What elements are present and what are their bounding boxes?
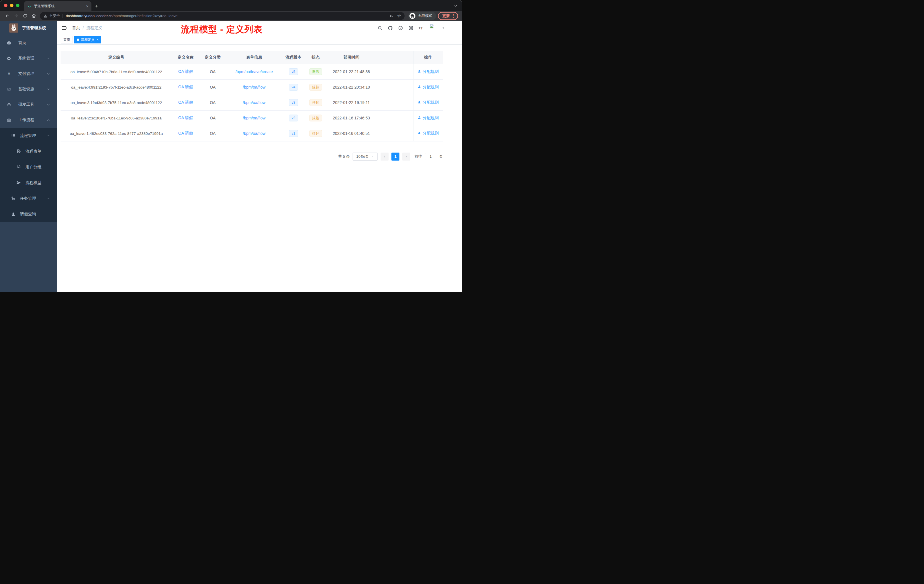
update-button[interactable]: 更新 ⋮ (438, 12, 458, 20)
menu-item-label: 请假查询 (20, 212, 36, 217)
not-secure-warning-icon[interactable] (43, 14, 48, 18)
assign-rule-link[interactable]: 分配规则 (422, 69, 439, 74)
browser-tabstrip: 芋道管理系统 × + (0, 0, 462, 11)
form-info-link[interactable]: /bpm/oa/leave/create (236, 69, 273, 74)
active-dot (77, 39, 79, 41)
menu-icon (11, 133, 16, 138)
menu-item-label: 工作流程 (18, 117, 34, 122)
home-button[interactable] (31, 13, 36, 18)
assign-user-icon (417, 85, 421, 89)
breadcrumb-current: 流程定义 (86, 25, 102, 31)
sidebar-menu-item[interactable]: 任务管理 (0, 191, 57, 206)
browser-menu-kebab-icon[interactable]: ⋮ (451, 14, 455, 18)
forward-button[interactable] (14, 13, 18, 18)
sidebar-menu-item[interactable]: ¥ 支付管理 (0, 66, 57, 81)
sidebar-menu-item[interactable]: 流程管理 (0, 128, 57, 144)
sidebar-menu-item[interactable]: 系统管理 (0, 51, 57, 66)
table-header: 表单信息 (226, 51, 282, 64)
sidebar-menu-item[interactable]: 首页 (0, 35, 57, 51)
table-row: oa_leave:5:004b710b-7b8a-11ec-8ef0-acde4… (61, 64, 443, 79)
tab-close-icon[interactable]: × (86, 4, 89, 8)
page-size-select[interactable]: 10条/页 (353, 153, 378, 160)
breadcrumb-home[interactable]: 首页 (72, 25, 80, 31)
favicon-seedling-icon (27, 4, 31, 8)
chevron-icon (46, 87, 50, 91)
reload-button[interactable] (23, 13, 27, 18)
menu-item-label: 流程表单 (25, 149, 41, 154)
browser-tab[interactable]: 芋道管理系统 × (24, 1, 91, 11)
definition-name-link[interactable]: OA 请假 (178, 100, 193, 105)
assign-rule-link[interactable]: 分配规则 (422, 115, 439, 120)
back-button[interactable] (5, 13, 10, 18)
sidebar-menu-item[interactable]: 基础设施 (0, 81, 57, 97)
zoom-window-button[interactable] (16, 4, 20, 7)
assign-rule-link[interactable]: 分配规则 (422, 84, 439, 89)
caret-down-icon[interactable] (442, 26, 445, 30)
address-bar[interactable]: 不安全 dashboard.yudao.iocoder.cn/bpm/manag… (40, 12, 404, 20)
font-size-icon[interactable]: TT (419, 25, 424, 31)
fullscreen-icon[interactable] (408, 25, 413, 31)
sidebar-menu-item[interactable]: 用户分组 (0, 159, 57, 175)
svg-text:T: T (419, 27, 421, 30)
version-badge: v4 (289, 84, 298, 91)
current-page[interactable]: 1 (391, 153, 399, 160)
form-info-link[interactable]: /bpm/oa/flow (243, 100, 266, 105)
sidebar-menu-item[interactable]: 请假查询 (0, 206, 57, 222)
password-key-icon[interactable] (389, 14, 394, 18)
table-header-row: 定义编号定义名称定义分类表单信息流程版本状态部署时间操作 (61, 51, 443, 64)
next-page-button[interactable] (402, 153, 410, 160)
definition-name-link[interactable]: OA 请假 (178, 115, 193, 120)
tag-close-icon[interactable]: × (97, 38, 99, 41)
tag-item[interactable]: 首页 (61, 36, 73, 43)
user-avatar[interactable] (429, 23, 439, 33)
minimize-window-button[interactable] (10, 4, 13, 7)
tag-item[interactable]: 流程定义 × (74, 36, 101, 43)
menu-item-label: 用户分组 (25, 165, 41, 170)
github-icon[interactable] (388, 25, 393, 31)
close-window-button[interactable] (4, 4, 7, 7)
status-badge: 挂起 (309, 115, 322, 121)
menu-icon (11, 212, 16, 216)
assign-rule-link[interactable]: 分配规则 (422, 131, 439, 135)
sidebar-menu-item[interactable]: 流程模型 (0, 175, 57, 191)
sidebar-toggle[interactable] (61, 25, 67, 31)
assign-rule-link[interactable]: 分配规则 (422, 100, 439, 105)
table-row: oa_leave:4:991f2193-7b7f-11ec-a3c8-acde4… (61, 79, 443, 95)
menu-icon (16, 165, 21, 170)
form-info-link[interactable]: /bpm/oa/flow (243, 85, 266, 89)
deploy-time: 2022-01-22 21:48:38 (326, 64, 413, 79)
tab-search-chevron-icon[interactable] (454, 4, 457, 8)
prev-page-button[interactable] (381, 153, 389, 160)
status-badge: 挂起 (309, 99, 322, 106)
table-header: 操作 (413, 51, 443, 64)
goto-page-input[interactable] (425, 153, 436, 160)
sidebar-menu-item[interactable]: 研发工具 (0, 97, 57, 112)
menu-icon: ¥ (7, 71, 12, 76)
window-controls[interactable] (0, 0, 24, 11)
help-icon[interactable] (398, 25, 403, 31)
new-tab-button[interactable]: + (95, 3, 98, 9)
sidebar-menu-item[interactable]: 流程表单 (0, 144, 57, 159)
incognito-icon (409, 13, 416, 19)
form-info-link[interactable]: /bpm/oa/flow (243, 116, 266, 120)
deploy-time: 2022-01-22 19:19:11 (326, 95, 413, 110)
version-badge: v5 (289, 68, 298, 75)
goto-label: 前往 (414, 154, 422, 159)
bookmark-star-icon[interactable]: ☆ (397, 14, 401, 18)
total-count: 共 5 条 (338, 154, 350, 159)
app-logo[interactable]: 芋道管理系统 (0, 21, 57, 35)
menu-icon (7, 87, 12, 92)
menu-item-label: 流程管理 (20, 133, 36, 138)
menu-item-label: 流程模型 (25, 180, 41, 185)
menu-item-label: 研发工具 (18, 102, 34, 107)
svg-text:¥: ¥ (8, 72, 10, 76)
search-icon[interactable] (378, 25, 383, 31)
definitions-table: 定义编号定义名称定义分类表单信息流程版本状态部署时间操作 oa_leave:5:… (61, 51, 443, 142)
sidebar-menu-item[interactable]: 工作流程 (0, 112, 57, 128)
menu-icon (7, 102, 12, 107)
form-info-link[interactable]: /bpm/oa/flow (243, 131, 266, 136)
definition-name-link[interactable]: OA 请假 (178, 84, 193, 89)
chevron-icon (46, 118, 50, 122)
definition-name-link[interactable]: OA 请假 (178, 131, 193, 135)
definition-name-link[interactable]: OA 请假 (178, 69, 193, 74)
